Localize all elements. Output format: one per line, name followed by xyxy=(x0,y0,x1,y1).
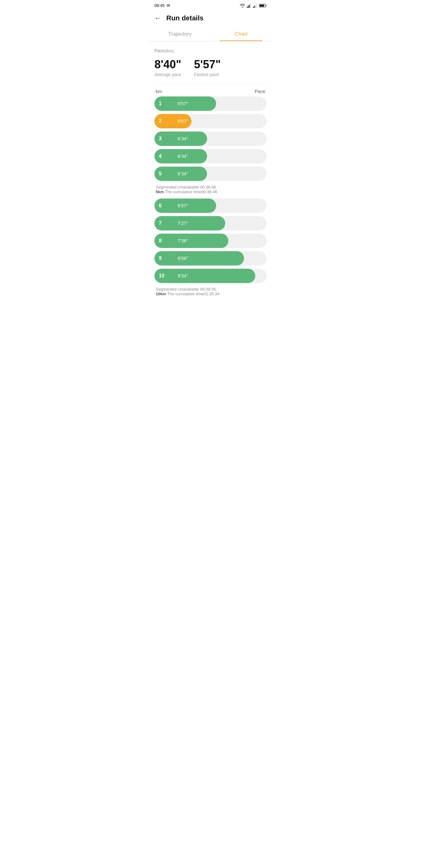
segment-pace-3: 6'34" xyxy=(178,136,188,141)
fastest-pace-label: Fastest pace xyxy=(194,72,221,77)
table-row: 8 7'38" xyxy=(154,234,267,248)
back-button[interactable]: ← xyxy=(154,14,161,22)
fastest-pace-item: 5'57" Fastest pace xyxy=(194,58,221,77)
svg-rect-7 xyxy=(257,4,258,8)
svg-rect-0 xyxy=(247,7,248,8)
segment-km-2: 2 xyxy=(159,118,165,124)
milestone-1-summary: 5km The cumulative time00:36:46 xyxy=(156,189,265,194)
svg-rect-9 xyxy=(266,5,267,6)
table-row: 3 6'34" xyxy=(154,131,267,146)
status-bar: 08:45 ✉ xyxy=(149,0,272,10)
svg-rect-1 xyxy=(248,6,249,8)
average-pace-label: Average pace xyxy=(154,72,181,77)
main-content: Pace(/km) 8'40" Average pace 5'57" Faste… xyxy=(149,41,272,304)
table-row: 9 8'56" xyxy=(154,251,267,266)
table-row: 2 5'57" xyxy=(154,114,267,128)
milestone-1-label: The cumulative time xyxy=(165,189,201,194)
table-row: 10 9'34" xyxy=(154,269,267,283)
svg-rect-6 xyxy=(255,5,256,8)
svg-rect-10 xyxy=(260,4,264,7)
battery-icon xyxy=(259,3,267,8)
status-right xyxy=(240,3,267,8)
milestone-2-km: 10km xyxy=(156,291,166,296)
average-pace-value: 8'40" xyxy=(154,58,181,71)
segment-km-1: 1 xyxy=(159,101,165,106)
milestone-2-summary: 10km The cumulative time01:26:34 xyxy=(156,291,265,296)
status-left: 08:45 ✉ xyxy=(154,3,170,8)
pace-section: Pace(/km) 8'40" Average pace 5'57" Faste… xyxy=(154,48,267,77)
table-header: km Pace xyxy=(154,89,267,96)
tabs-container: Trajectory Chart xyxy=(149,27,272,41)
segment-bar-9: 9 8'56" xyxy=(154,251,244,266)
milestone-2-time: 01:26:34 xyxy=(204,291,219,296)
segment-km-5: 5 xyxy=(159,171,165,177)
segment-km-8: 8 xyxy=(159,238,165,244)
page-title: Run details xyxy=(166,14,204,22)
segments-group-2: 6 6'57" 7 7'27" 8 7'38" 9 8'56" 10 xyxy=(154,198,267,283)
segment-bar-6: 6 6'57" xyxy=(154,198,216,213)
segment-bar-8: 8 7'38" xyxy=(154,234,228,248)
milestone-2-info: Segmented Unavailable 00:39:35 10km The … xyxy=(156,287,265,296)
segment-km-3: 3 xyxy=(159,136,165,142)
time-display: 08:45 xyxy=(154,3,165,8)
table-row: 4 6'34" xyxy=(154,149,267,163)
page-header: ← Run details xyxy=(149,10,272,27)
tab-trajectory[interactable]: Trajectory xyxy=(149,27,210,41)
milestone-1-info: Segmented Unavailable 00:36:46 5km The c… xyxy=(156,185,265,194)
email-icon: ✉ xyxy=(167,3,170,8)
table-row: 1 6'57" xyxy=(154,96,267,111)
svg-rect-4 xyxy=(253,7,254,8)
milestone-2-label: The cumulative time xyxy=(167,291,204,296)
segment-pace-10: 9'34" xyxy=(178,273,188,278)
segment-km-10: 10 xyxy=(159,273,165,279)
milestone-1-km: 5km xyxy=(156,189,164,194)
milestone-2-unavailable: Segmented Unavailable 00:39:35 xyxy=(156,287,265,291)
col-km: km xyxy=(156,89,162,94)
segment-pace-5: 6'34" xyxy=(178,171,188,176)
segment-pace-8: 7'38" xyxy=(178,238,188,243)
fastest-pace-value: 5'57" xyxy=(194,58,221,71)
segment-pace-9: 8'56" xyxy=(178,255,188,261)
segment-bar-4: 4 6'34" xyxy=(154,149,207,163)
segment-pace-6: 6'57" xyxy=(178,203,188,208)
segment-km-7: 7 xyxy=(159,220,165,226)
svg-rect-2 xyxy=(249,5,250,8)
signal-icon-1 xyxy=(246,3,251,8)
signal-icon-2 xyxy=(253,3,258,8)
segment-pace-4: 6'34" xyxy=(178,153,188,159)
segment-km-6: 6 xyxy=(159,203,165,209)
average-pace-item: 8'40" Average pace xyxy=(154,58,181,77)
svg-rect-3 xyxy=(250,4,251,8)
svg-rect-5 xyxy=(254,6,255,8)
table-row: 7 7'27" xyxy=(154,216,267,230)
segment-bar-10: 10 9'34" xyxy=(154,269,255,283)
segment-pace-2: 5'57" xyxy=(178,118,188,124)
divider-1 xyxy=(154,83,267,84)
segment-km-4: 4 xyxy=(159,153,165,159)
segment-pace-7: 7'27" xyxy=(178,220,188,226)
segment-bar-1: 1 6'57" xyxy=(154,96,216,111)
pace-title: Pace(/km) xyxy=(154,48,267,54)
segment-pace-1: 6'57" xyxy=(178,101,188,106)
pace-values: 8'40" Average pace 5'57" Fastest pace xyxy=(154,58,267,77)
segments-group-1: 1 6'57" 2 5'57" 3 6'34" 4 6'34" 5 xyxy=(154,96,267,181)
segment-bar-3: 3 6'34" xyxy=(154,131,207,146)
wifi-icon xyxy=(240,3,245,8)
milestone-1-time: 00:36:46 xyxy=(202,189,217,194)
segment-bar-2: 2 5'57" xyxy=(154,114,191,128)
col-pace: Pace xyxy=(255,89,265,94)
table-row: 5 6'34" xyxy=(154,166,267,181)
segment-km-9: 9 xyxy=(159,255,165,261)
segment-bar-5: 5 6'34" xyxy=(154,166,207,181)
milestone-1-unavailable: Segmented Unavailable 00:36:46 xyxy=(156,185,265,189)
table-row: 6 6'57" xyxy=(154,198,267,213)
segment-bar-7: 7 7'27" xyxy=(154,216,225,230)
tab-chart[interactable]: Chart xyxy=(210,27,272,41)
